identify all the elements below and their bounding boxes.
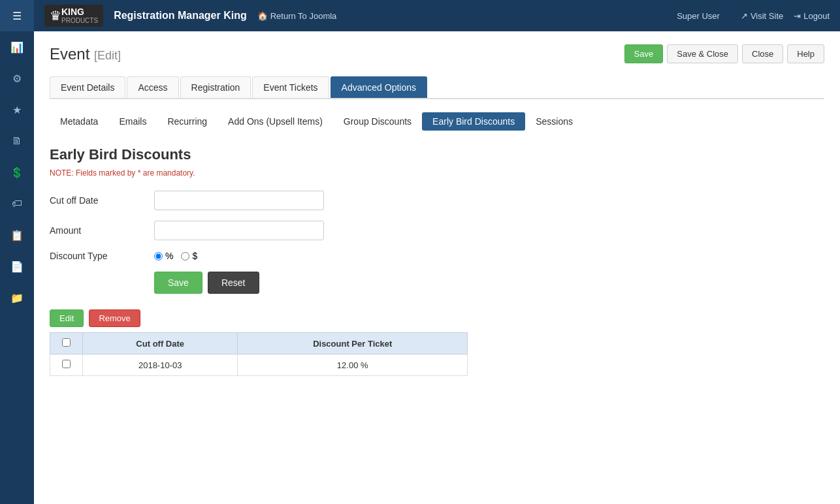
radio-percent-option[interactable]: %	[154, 251, 173, 261]
close-button[interactable]: Close	[742, 44, 783, 63]
app-title: Registration Manager King	[114, 10, 247, 22]
row-cutoff-date: 2018-10-03	[83, 354, 238, 376]
radio-dollar-input[interactable]	[181, 252, 189, 260]
top-navigation: ♛ KING PRODUCTS Registration Manager Kin…	[34, 0, 840, 31]
tab-addons[interactable]: Add Ons (Upsell Items)	[218, 112, 333, 131]
header-buttons: Save Save & Close Close Help	[624, 44, 824, 63]
home-icon: 🏠	[257, 11, 268, 21]
radio-percent-input[interactable]	[154, 252, 163, 260]
main-area: ♛ KING PRODUCTS Registration Manager Kin…	[34, 0, 840, 504]
sidebar-icon-dollar[interactable]: 💲	[0, 157, 34, 188]
edit-button[interactable]: Edit	[50, 309, 84, 327]
radio-percent-label: %	[165, 251, 173, 261]
logout-link[interactable]: ⇥ Logout	[794, 11, 830, 21]
tab-event-tickets[interactable]: Event Tickets	[252, 76, 329, 98]
content-area: Event [Edit] Save Save & Close Close Hel…	[34, 31, 840, 504]
form-actions: Save Reset	[154, 272, 824, 294]
return-to-joomla-link[interactable]: 🏠 Return To Joomla	[257, 11, 337, 21]
tab-recurring[interactable]: Recurring	[157, 112, 218, 131]
edit-label: [Edit]	[94, 49, 121, 62]
col-discount: Discount Per Ticket	[238, 333, 468, 354]
select-all-checkbox[interactable]	[62, 338, 71, 347]
logo-king: KING	[61, 7, 98, 17]
tab-sessions[interactable]: Sessions	[525, 112, 583, 131]
row-discount-per-ticket: 12.00 %	[238, 354, 468, 376]
visit-site-link[interactable]: ↗ Visit Site	[741, 11, 783, 21]
logo-products: PRODUCTS	[61, 17, 98, 24]
remove-button[interactable]: Remove	[89, 309, 140, 327]
form-save-button[interactable]: Save	[154, 272, 202, 294]
form-reset-button[interactable]: Reset	[208, 272, 259, 294]
save-button[interactable]: Save	[624, 44, 664, 63]
tab-early-bird-discounts[interactable]: Early Bird Discounts	[422, 112, 525, 131]
tab-group-discounts[interactable]: Group Discounts	[333, 112, 422, 131]
discount-type-label: Discount Type	[50, 251, 154, 261]
page-title: Event [Edit]	[50, 45, 121, 63]
page-header: Event [Edit] Save Save & Close Close Hel…	[50, 44, 824, 63]
external-link-icon: ↗	[741, 11, 748, 21]
sidebar-icon-menu[interactable]: ☰	[0, 0, 34, 31]
logout-icon: ⇥	[794, 11, 801, 21]
cutoff-date-group: Cut off Date	[50, 191, 824, 210]
radio-dollar-option[interactable]: $	[181, 251, 197, 261]
discount-type-group: Discount Type % $	[50, 251, 824, 261]
sidebar-icon-file[interactable]: 🗎	[0, 125, 34, 157]
tab-advanced-options[interactable]: Advanced Options	[331, 76, 427, 98]
col-checkbox	[50, 333, 83, 354]
save-close-button[interactable]: Save & Close	[667, 44, 738, 63]
cutoff-date-input[interactable]	[154, 191, 324, 210]
secondary-tabs: Metadata Emails Recurring Add Ons (Upsel…	[50, 112, 824, 131]
logo-box: ♛ KING PRODUCTS	[44, 5, 103, 27]
sidebar-icon-settings[interactable]: ⚙	[0, 63, 34, 94]
sidebar-icon-folder[interactable]: 📁	[0, 282, 34, 313]
cutoff-date-label: Cut off Date	[50, 195, 154, 206]
sidebar-icon-star[interactable]: ★	[0, 94, 34, 125]
amount-input[interactable]	[154, 221, 324, 240]
logo-crown-icon: ♛	[50, 8, 61, 24]
mandatory-note: NOTE: Fields marked by * are mandatory.	[50, 168, 824, 178]
sidebar-icon-list1[interactable]: 📋	[0, 219, 34, 251]
table-header-row: Cut off Date Discount Per Ticket	[50, 333, 468, 354]
user-name: Super User	[677, 11, 720, 21]
tab-metadata[interactable]: Metadata	[50, 112, 108, 131]
tab-event-details[interactable]: Event Details	[50, 76, 125, 98]
tab-registration[interactable]: Registration	[180, 76, 251, 98]
col-cutoff-date: Cut off Date	[83, 333, 238, 354]
sidebar-icon-list2[interactable]: 📄	[0, 251, 34, 282]
tab-access[interactable]: Access	[127, 76, 178, 98]
logo-text: KING PRODUCTS	[61, 7, 98, 24]
amount-group: Amount	[50, 221, 824, 240]
sidebar-icon-dashboard[interactable]: 📊	[0, 31, 34, 63]
primary-tabs: Event Details Access Registration Event …	[50, 76, 824, 99]
discount-type-radio-group: % $	[154, 251, 197, 261]
logo-area: ♛ KING PRODUCTS Registration Manager Kin…	[44, 5, 247, 27]
amount-label: Amount	[50, 225, 154, 236]
tab-emails[interactable]: Emails	[108, 112, 157, 131]
sidebar: ☰ 📊 ⚙ ★ 🗎 💲 🏷 📋 📄 📁	[0, 0, 34, 504]
radio-dollar-label: $	[192, 251, 197, 261]
row-checkbox-cell	[50, 354, 83, 376]
help-button[interactable]: Help	[787, 44, 824, 63]
row-checkbox[interactable]	[62, 360, 71, 368]
discounts-table: Cut off Date Discount Per Ticket 2018-10…	[50, 332, 468, 376]
table-actions: Edit Remove	[50, 309, 824, 327]
section-title: Early Bird Discounts	[50, 146, 824, 163]
sidebar-icon-tag[interactable]: 🏷	[0, 188, 34, 219]
table-row: 2018-10-03 12.00 %	[50, 354, 468, 376]
